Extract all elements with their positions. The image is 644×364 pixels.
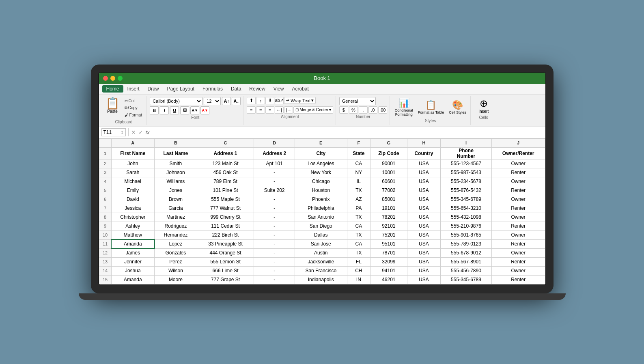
cell-9-A[interactable]: Ashley xyxy=(111,222,155,230)
cell-3-I[interactable]: 555-987-6543 xyxy=(441,168,492,177)
cell-12-I[interactable]: 555-678-9012 xyxy=(441,248,492,257)
cell-15-G[interactable]: 46201 xyxy=(370,275,407,284)
cell-4-I[interactable]: 555-234-5678 xyxy=(441,177,492,186)
cell-4-D[interactable]: - xyxy=(254,177,295,186)
cell-13-E[interactable]: Jacksonville xyxy=(295,257,347,266)
increase-font-button[interactable]: A↑ xyxy=(222,97,231,105)
cell-4-A[interactable]: Michael xyxy=(111,177,155,186)
cell-7-H[interactable]: USA xyxy=(407,204,441,213)
cell-10-B[interactable]: Hernandez xyxy=(155,230,197,239)
row-num-1[interactable]: 1 xyxy=(99,147,111,159)
cell-9-C[interactable]: 111 Cedar St xyxy=(197,222,254,230)
cell-9-D[interactable]: - xyxy=(254,222,295,230)
cell-15-E[interactable]: Indianapolis xyxy=(295,275,347,284)
cell-7-G[interactable]: 19101 xyxy=(370,204,407,213)
cell-5-F[interactable]: TX xyxy=(347,186,370,195)
cell-8-G[interactable]: 78201 xyxy=(370,213,407,222)
col-header-F[interactable]: F xyxy=(347,138,370,147)
paste-button[interactable]: 📋 Paste xyxy=(104,97,121,119)
cell-12-A[interactable]: James xyxy=(111,248,155,257)
menu-data[interactable]: Data xyxy=(227,85,245,93)
cell-8-B[interactable]: Martinez xyxy=(155,213,197,222)
cell-11-G[interactable]: 95101 xyxy=(370,239,407,248)
cell-2-J[interactable]: Owner xyxy=(491,159,545,168)
cell-2-A[interactable]: John xyxy=(111,159,155,168)
cell-13-B[interactable]: Perez xyxy=(155,257,197,266)
cell-8-E[interactable]: San Antonio xyxy=(295,213,347,222)
cell-14-H[interactable]: USA xyxy=(407,266,441,275)
cell-7-A[interactable]: Jessica xyxy=(111,204,155,213)
cell-13-A[interactable]: Jennifer xyxy=(111,257,155,266)
formula-input[interactable] xyxy=(152,129,543,135)
format-as-table-button[interactable]: 📋 Format as Table xyxy=(416,99,446,116)
row-num-10[interactable]: 10 xyxy=(99,230,111,239)
cell-8-F[interactable]: TX xyxy=(347,213,370,222)
cell-15-F[interactable]: IN xyxy=(347,275,370,284)
cell-5-C[interactable]: 101 Pine St xyxy=(197,186,254,195)
cell-1-F[interactable]: State xyxy=(347,147,370,159)
cell-5-A[interactable]: Emily xyxy=(111,186,155,195)
cell-13-J[interactable]: Renter xyxy=(491,257,545,266)
cell-4-E[interactable]: Chicago xyxy=(295,177,347,186)
cell-10-H[interactable]: USA xyxy=(407,230,441,239)
menu-page-layout[interactable]: Page Layout xyxy=(163,85,198,93)
cell-7-F[interactable]: PA xyxy=(347,204,370,213)
cell-5-H[interactable]: USA xyxy=(407,186,441,195)
align-left-button[interactable]: ≡ xyxy=(247,106,256,114)
insert-button[interactable]: ⊕ Insert xyxy=(476,97,491,114)
cell-12-F[interactable]: TX xyxy=(347,248,370,257)
cell-10-G[interactable]: 75201 xyxy=(370,230,407,239)
cell-11-A[interactable]: Amanda xyxy=(111,239,155,248)
cell-3-A[interactable]: Sarah xyxy=(111,168,155,177)
cell-8-J[interactable]: Owner xyxy=(491,213,545,222)
cell-12-C[interactable]: 444 Orange St xyxy=(197,248,254,257)
cell-9-E[interactable]: San Diego xyxy=(295,222,347,230)
cell-2-B[interactable]: Smith xyxy=(155,159,197,168)
cell-5-E[interactable]: Houston xyxy=(295,186,347,195)
cell-10-D[interactable]: - xyxy=(254,230,295,239)
col-header-E[interactable]: E xyxy=(295,138,347,147)
cell-14-C[interactable]: 666 Lime St xyxy=(197,266,254,275)
cell-6-I[interactable]: 555-345-6789 xyxy=(441,195,492,204)
maximize-button[interactable] xyxy=(118,76,123,81)
menu-view[interactable]: View xyxy=(269,85,288,93)
percent-button[interactable]: % xyxy=(349,106,358,114)
col-header-H[interactable]: H xyxy=(407,138,441,147)
cut-button[interactable]: ✂ Cut xyxy=(123,98,144,103)
cell-3-E[interactable]: New York xyxy=(295,168,347,177)
italic-button[interactable]: I xyxy=(160,106,169,114)
cell-8-A[interactable]: Christopher xyxy=(111,213,155,222)
cell-1-H[interactable]: Country xyxy=(407,147,441,159)
cell-14-J[interactable]: Owner xyxy=(491,266,545,275)
cell-3-C[interactable]: 456 Oak St xyxy=(197,168,254,177)
cell-1-D[interactable]: Address 2 xyxy=(254,147,295,159)
cell-3-J[interactable]: Renter xyxy=(491,168,545,177)
menu-home[interactable]: Home xyxy=(102,85,123,93)
cell-13-C[interactable]: 555 Lemon St xyxy=(197,257,254,266)
cell-9-H[interactable]: USA xyxy=(407,222,441,230)
col-header-A[interactable]: A xyxy=(111,138,155,147)
cell-13-D[interactable]: - xyxy=(254,257,295,266)
cell-5-B[interactable]: Jones xyxy=(155,186,197,195)
cell-2-I[interactable]: 555-123-4567 xyxy=(441,159,492,168)
cell-4-G[interactable]: 60601 xyxy=(370,177,407,186)
cell-11-B[interactable]: Lopez xyxy=(155,239,197,248)
cell-6-J[interactable]: Owner xyxy=(491,195,545,204)
row-num-3[interactable]: 3 xyxy=(99,168,111,177)
row-num-12[interactable]: 12 xyxy=(99,248,111,257)
decrease-indent-button[interactable]: ←| xyxy=(275,106,284,114)
align-middle-button[interactable]: ↕ xyxy=(256,97,265,104)
border-button[interactable]: ⊞ xyxy=(180,106,189,114)
copy-button[interactable]: ⧉ Copy xyxy=(123,105,144,111)
cell-12-E[interactable]: Austin xyxy=(295,248,347,257)
cell-1-A[interactable]: First Name xyxy=(111,147,155,159)
col-header-I[interactable]: I xyxy=(441,138,492,147)
cell-7-J[interactable]: Renter xyxy=(491,204,545,213)
cell-7-B[interactable]: Garcia xyxy=(155,204,197,213)
col-header-G[interactable]: G xyxy=(370,138,407,147)
cell-4-F[interactable]: IL xyxy=(347,177,370,186)
cell-9-I[interactable]: 555-210-9876 xyxy=(441,222,492,230)
cell-3-F[interactable]: NY xyxy=(347,168,370,177)
cell-1-I[interactable]: PhoneNumber xyxy=(441,147,492,159)
cell-3-B[interactable]: Johnson xyxy=(155,168,197,177)
